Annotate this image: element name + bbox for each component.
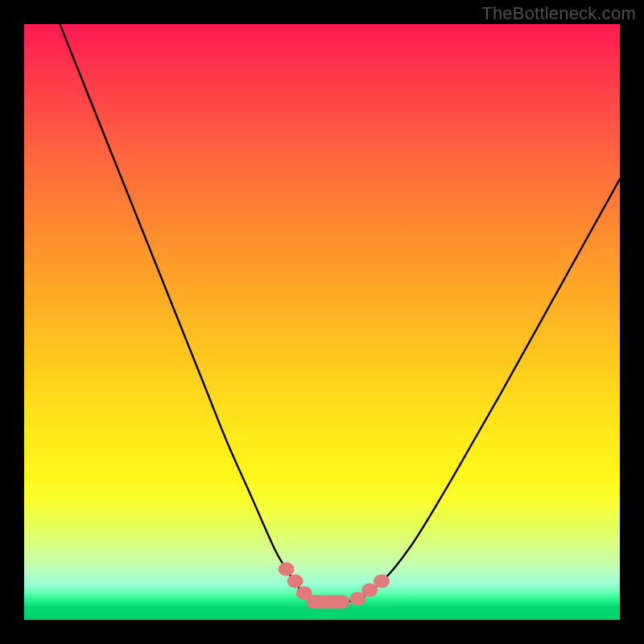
valley-markers (279, 563, 390, 609)
curve-svg (24, 24, 620, 620)
valley-dot (287, 574, 303, 588)
valley-dot (279, 563, 295, 576)
valley-capsule (306, 595, 349, 609)
chart-frame: TheBottleneck.com (0, 0, 644, 644)
plot-area (24, 24, 620, 620)
watermark-text: TheBottleneck.com (481, 3, 636, 24)
bottleneck-curve (60, 24, 620, 602)
valley-dot (374, 574, 390, 588)
